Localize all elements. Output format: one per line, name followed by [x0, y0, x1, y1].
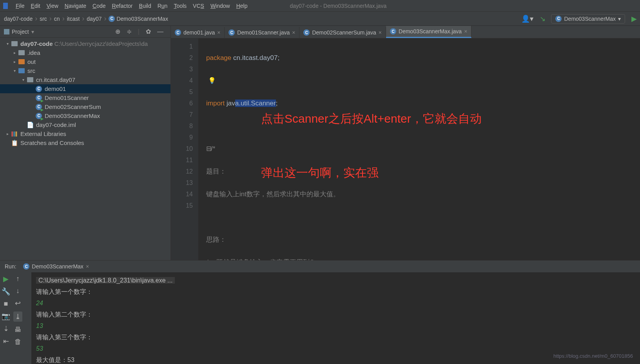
run-label: Run:	[5, 263, 16, 270]
watermark: https://blog.csdn.net/m0_60701856	[553, 350, 633, 362]
svg-rect-2	[16, 131, 17, 136]
tree-item-demo03scannermax[interactable]: CDemo03ScannerMax	[0, 111, 170, 120]
tab-demo01scanner[interactable]: CDemo01Scanner.java×	[225, 27, 299, 38]
class-icon: C	[23, 263, 29, 270]
sidebar-header: Project ▾ ⊕ ≑ | ✿ —	[0, 26, 170, 38]
scroll-down-icon[interactable]: ↓	[16, 287, 20, 295]
menu-run[interactable]: Run	[154, 1, 171, 11]
scroll-to-end-icon[interactable]: ⤓	[13, 311, 22, 322]
breadcrumb[interactable]: cn	[53, 16, 61, 22]
menu-help[interactable]: Help	[233, 1, 251, 11]
run-toolbar: ▶ 🔧 ■ 📷 ⇣ ⇤ ↑ ↓ ↩ ⤓ 🖶 🗑	[0, 272, 31, 364]
tree-item-demo02scannersum[interactable]: CDemo02ScannerSum	[0, 102, 170, 111]
close-icon[interactable]: ×	[464, 28, 467, 34]
chevron-down-icon: ▾	[618, 16, 621, 22]
svg-rect-0	[11, 131, 13, 136]
console-output[interactable]: C:\Users\Jerrycjazz\jdk1.8.0_231\bin\jav…	[31, 272, 640, 364]
menu-navigate[interactable]: Navigate	[62, 1, 89, 11]
library-icon	[11, 131, 18, 137]
run-play-icon[interactable]: ▶	[627, 14, 637, 23]
tab-demo01[interactable]: Cdemo01.java×	[171, 27, 225, 38]
camera-icon[interactable]: 📷	[2, 312, 10, 321]
breadcrumb[interactable]: day07	[86, 16, 102, 22]
svg-rect-1	[13, 131, 15, 136]
tree-item-scratches[interactable]: 📋Scratches and Consoles	[0, 138, 170, 147]
tab-demo02scannersum[interactable]: CDemo02ScannerSum.java×	[299, 27, 386, 38]
run-panel: Run: C Demo03ScannerMax × ▶ 🔧 ■ 📷 ⇣ ⇤ ↑ …	[0, 260, 640, 364]
build-hammer-icon[interactable]: ↘	[537, 14, 549, 23]
gear-icon[interactable]: ✿	[143, 28, 154, 35]
dump-icon[interactable]: ⇣	[3, 324, 9, 333]
user-icon[interactable]: 👤▾	[518, 14, 537, 23]
tree-item-demo01scanner[interactable]: CDemo01Scanner	[0, 93, 170, 102]
locate-icon[interactable]: ⊕	[112, 28, 123, 35]
tree-item-demo01[interactable]: Cdemo01	[0, 84, 170, 93]
wrench-icon[interactable]: 🔧	[2, 287, 10, 296]
rerun-icon[interactable]: ▶	[3, 275, 9, 283]
menu-file[interactable]: File	[13, 1, 28, 11]
exit-icon[interactable]: ⇤	[3, 337, 9, 346]
class-icon: C	[109, 16, 115, 22]
project-icon	[4, 29, 9, 34]
chevron-down-icon[interactable]: ▾	[31, 29, 34, 35]
menu-code[interactable]: Code	[89, 1, 109, 11]
divider-icon: |	[135, 28, 143, 35]
breadcrumb[interactable]: C Demo03ScannerMax	[108, 16, 169, 22]
close-icon[interactable]: ×	[292, 29, 295, 36]
menu-view[interactable]: View	[44, 1, 62, 11]
editor-area: Cdemo01.java× CDemo01Scanner.java× CDemo…	[171, 26, 640, 260]
fold-icon[interactable]: ⊟	[206, 143, 211, 154]
menu-tools[interactable]: Tools	[170, 1, 190, 11]
menubar: File Edit View Navigate Code Refactor Bu…	[0, 0, 640, 12]
line-gutter: 123456789101112131415	[171, 38, 198, 260]
project-sidebar: Project ▾ ⊕ ≑ | ✿ — ▾day07-code C:\Users…	[0, 26, 171, 260]
print-icon[interactable]: 🖶	[15, 326, 22, 334]
bulb-icon[interactable]: 💡	[208, 77, 216, 84]
tree-item-package[interactable]: ▾cn.itcast.day07	[0, 75, 170, 84]
soft-wrap-icon[interactable]: ↩	[15, 299, 21, 308]
menu-edit[interactable]: Edit	[28, 1, 44, 11]
code-editor[interactable]: package cn.itcast.day07; 💡 import java.u…	[198, 38, 640, 260]
app-logo-icon	[3, 3, 8, 9]
tree-item-iml[interactable]: 📄day07-code.iml	[0, 120, 170, 129]
editor-tabs: Cdemo01.java× CDemo01Scanner.java× CDemo…	[171, 26, 640, 38]
tree-item-external-libs[interactable]: ▸External Libraries	[0, 129, 170, 138]
run-config-selector[interactable]: C Demo03ScannerMax ▾	[551, 14, 625, 24]
close-icon[interactable]: ×	[379, 29, 382, 36]
expand-icon[interactable]: ≑	[123, 28, 135, 35]
menu-vcs[interactable]: VCS	[190, 1, 207, 11]
stop-icon[interactable]: ■	[4, 300, 8, 308]
tree-item-src[interactable]: ▾src	[0, 66, 170, 75]
tree-item-out[interactable]: ▸out	[0, 57, 170, 66]
tab-demo03scannermax[interactable]: CDemo03ScannerMax.java×	[386, 26, 471, 38]
breadcrumb[interactable]: itcast	[66, 16, 81, 22]
project-tree: ▾day07-code C:\Users\Jerrycjazz\IdeaProj…	[0, 38, 170, 149]
navbar: day07-code› src› cn› itcast› day07› C De…	[0, 12, 640, 26]
minimize-icon[interactable]: —	[154, 28, 167, 35]
menu-refactor[interactable]: Refactor	[109, 1, 136, 11]
window-title: day07-code - Demo03ScannerMax.java	[290, 3, 387, 9]
close-icon[interactable]: ×	[86, 263, 89, 270]
tree-root[interactable]: ▾day07-code C:\Users\Jerrycjazz\IdeaProj…	[0, 39, 170, 48]
breadcrumb[interactable]: day07-code	[3, 16, 33, 22]
class-icon: C	[555, 16, 562, 22]
menu-window[interactable]: Window	[207, 1, 233, 11]
scroll-up-icon[interactable]: ↑	[16, 275, 20, 283]
tree-item-idea[interactable]: ▸.idea	[0, 48, 170, 57]
run-tab[interactable]: C Demo03ScannerMax ×	[19, 262, 93, 271]
menu-build[interactable]: Build	[136, 1, 154, 11]
breadcrumb[interactable]: src	[39, 16, 48, 22]
sidebar-title: Project	[12, 29, 29, 35]
close-icon[interactable]: ×	[217, 29, 220, 36]
trash-icon[interactable]: 🗑	[15, 338, 22, 346]
